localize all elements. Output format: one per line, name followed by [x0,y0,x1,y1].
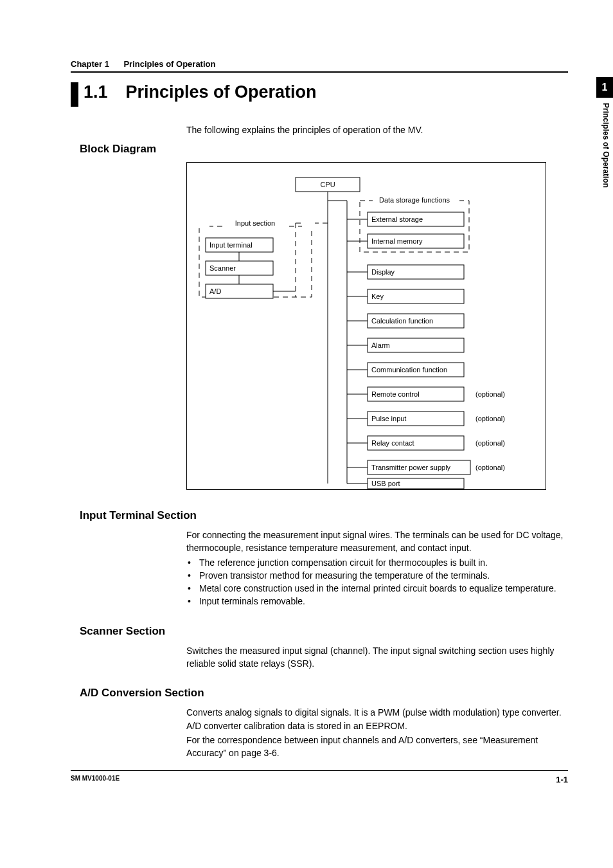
section-number: 1.1 [84,82,108,102]
input-terminal-b4: Input terminals removable. [186,595,568,608]
footer-right: 1-1 [556,775,568,784]
intro-text: The following explains the principles of… [186,125,568,135]
diagram-scanner: Scanner [209,264,236,272]
input-terminal-b1: The reference junction compensation circ… [186,556,568,569]
side-tab: 1 [596,77,613,98]
input-terminal-b3: Metal core construction used in the inte… [186,582,568,595]
diagram-alarm: Alarm [371,341,390,349]
diagram-optional-2: (optional) [475,415,505,422]
diagram-key: Key [371,293,384,300]
diagram-calculation: Calculation function [371,317,433,325]
svg-rect-8 [190,219,209,228]
diagram-optional-1: (optional) [475,390,505,398]
section-bar [71,82,78,107]
block-diagram-heading: Block Diagram [80,143,568,156]
diagram-external-storage: External storage [371,215,423,223]
diagram-internal-memory: Internal memory [371,237,423,245]
diagram-input-terminal: Input terminal [209,241,253,249]
chapter-title: Principles of Operation [123,59,215,69]
diagram-optional-3: (optional) [475,439,505,447]
diagram-svg: CPU Input section Input section Input te… [186,162,546,490]
ad-p2: For the correspondence between input cha… [186,734,568,760]
side-tab-text: Principles of Operation [601,103,610,188]
diagram-ad: A/D [209,287,221,295]
input-terminal-p1: For connecting the measurement input sig… [186,529,568,555]
diagram-usb: USB port [371,480,400,487]
block-diagram: CPU Input section Input section Input te… [186,162,568,490]
section-header: 1.1 Principles of Operation [71,82,568,107]
diagram-relay-contact: Relay contact [371,439,414,447]
input-terminal-b2: Proven transistor method for measuring t… [186,569,568,582]
diagram-communication: Communication function [371,366,447,374]
chapter-header: Chapter 1 Principles of Operation [71,58,568,73]
scanner-p1: Switches the measured input signal (chan… [186,644,568,671]
svg-text:Input section: Input section [235,219,275,227]
diagram-optional-4: (optional) [475,464,505,471]
input-terminal-heading: Input Terminal Section [80,509,568,522]
diagram-pulse-input: Pulse input [371,415,406,422]
ad-p1: Converts analog signals to digital signa… [186,706,568,732]
input-terminal-bullets: The reference junction compensation circ… [186,556,568,608]
ad-heading: A/D Conversion Section [80,687,568,700]
scanner-heading: Scanner Section [80,625,568,638]
diagram-cpu: CPU [320,181,335,188]
side-tab-number: 1 [602,82,608,93]
section-title: Principles of Operation [126,82,317,102]
diagram-remote-control: Remote control [371,390,420,398]
footer: SM MV1000-01E 1-1 [71,770,568,784]
diagram-display: Display [371,268,395,276]
footer-left: SM MV1000-01E [71,775,120,784]
diagram-transmitter: Transmitter power supply [371,464,451,471]
chapter-label: Chapter 1 [71,59,109,69]
diagram-data-storage-label: Data storage functions [379,196,450,204]
svg-rect-9 [302,219,315,228]
